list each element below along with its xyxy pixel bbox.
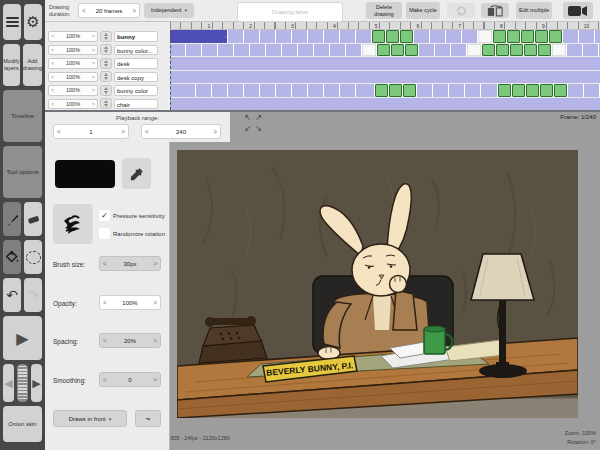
- delete-drawing-button[interactable]: Delete drawing: [366, 2, 402, 19]
- redo-button[interactable]: ↷: [24, 278, 42, 312]
- frame-cell[interactable]: [417, 84, 433, 97]
- increment-icon[interactable]: >: [132, 7, 136, 14]
- increment-icon[interactable]: >: [92, 60, 95, 66]
- frame-cell[interactable]: [435, 44, 451, 57]
- layer-reorder-button[interactable]: [100, 44, 112, 55]
- increment-icon[interactable]: >: [153, 299, 157, 306]
- marked-frame-cell[interactable]: [405, 44, 418, 57]
- playback-end-stepper[interactable]: < 240 >: [141, 124, 221, 139]
- decrement-icon[interactable]: <: [51, 101, 54, 107]
- eraser-tool-button[interactable]: [24, 202, 42, 236]
- increment-icon[interactable]: >: [153, 337, 157, 344]
- selected-drawing-block[interactable]: →: [170, 30, 228, 43]
- decrement-icon[interactable]: <: [51, 47, 54, 53]
- frame-cell[interactable]: [314, 44, 330, 57]
- marked-frame-cell[interactable]: [498, 84, 511, 97]
- frame-cell[interactable]: [292, 84, 308, 97]
- next-frame-button[interactable]: ▶: [31, 364, 42, 402]
- increment-icon[interactable]: >: [92, 33, 95, 39]
- marked-frame-cell[interactable]: [538, 44, 551, 57]
- frame-cell[interactable]: [330, 44, 346, 57]
- layer-reorder-button[interactable]: [100, 58, 112, 69]
- drag-handle-icon[interactable]: →: [221, 30, 228, 42]
- frame-cell[interactable]: [568, 84, 584, 97]
- modify-layers-button[interactable]: Modify layers: [3, 44, 20, 86]
- empty-frame-cell[interactable]: [552, 44, 566, 57]
- brush-tool-button[interactable]: [3, 202, 21, 236]
- frame-cell[interactable]: [186, 44, 202, 57]
- frame-cell[interactable]: [340, 30, 356, 43]
- frame-cell[interactable]: [308, 30, 324, 43]
- frame-cell[interactable]: [170, 98, 600, 111]
- tool-options-panel-button[interactable]: Tool options: [3, 146, 42, 198]
- frame-cell[interactable]: [446, 30, 462, 43]
- eyedropper-button[interactable]: [122, 158, 151, 189]
- frame-cell[interactable]: [260, 84, 276, 97]
- marked-frame-cell[interactable]: [372, 30, 385, 43]
- drawing-canvas[interactable]: BEVERLY BUNNY, P.I.: [177, 150, 578, 418]
- frame-cell[interactable]: [196, 84, 212, 97]
- frame-cell[interactable]: [298, 44, 314, 57]
- frame-cell[interactable]: [228, 30, 244, 43]
- make-cycle-button[interactable]: Make cycle: [406, 2, 440, 19]
- frame-cell[interactable]: [218, 44, 234, 57]
- add-drawing-button[interactable]: Add drawing: [23, 44, 42, 86]
- spacing-stepper[interactable]: < 20% >: [99, 333, 161, 348]
- timeline-track[interactable]: [170, 71, 600, 84]
- brush-texture-button[interactable]: [53, 204, 93, 244]
- fill-tool-button[interactable]: [3, 240, 21, 274]
- frame-cell[interactable]: [430, 30, 446, 43]
- timeline-track[interactable]: →: [170, 30, 600, 43]
- frame-cell[interactable]: [170, 57, 600, 70]
- timeline-track[interactable]: [170, 57, 600, 70]
- frame-cell[interactable]: [433, 84, 449, 97]
- smoothing-stepper[interactable]: < 0 >: [99, 372, 161, 387]
- frame-cell[interactable]: [481, 84, 498, 97]
- layer-opacity-stepper[interactable]: <100%>: [48, 31, 98, 42]
- layer-opacity-stepper[interactable]: <100%>: [48, 85, 98, 96]
- frame-cell[interactable]: [324, 84, 340, 97]
- frame-cell[interactable]: [465, 84, 481, 97]
- marked-frame-cell[interactable]: [549, 30, 562, 43]
- increment-icon[interactable]: >: [92, 87, 95, 93]
- frame-cell[interactable]: [567, 44, 583, 57]
- increment-icon[interactable]: >: [92, 101, 95, 107]
- layer-reorder-button[interactable]: [100, 31, 112, 42]
- decrement-icon[interactable]: <: [103, 376, 107, 383]
- marked-frame-cell[interactable]: [507, 30, 520, 43]
- frame-cell[interactable]: [170, 71, 600, 84]
- frame-cell[interactable]: [260, 30, 276, 43]
- previous-frame-button[interactable]: ◀: [3, 364, 14, 402]
- marked-frame-cell[interactable]: [493, 30, 506, 43]
- timeline-track[interactable]: [170, 44, 600, 57]
- layer-opacity-stepper[interactable]: <100%>: [48, 72, 98, 83]
- frame-cell[interactable]: [170, 44, 186, 57]
- decrement-icon[interactable]: <: [103, 260, 107, 267]
- settings-button[interactable]: ⚙: [24, 4, 42, 40]
- frame-cell[interactable]: [282, 44, 298, 57]
- layer-name-field[interactable]: bunny color: [114, 85, 158, 96]
- decrement-icon[interactable]: <: [51, 87, 54, 93]
- frame-cell[interactable]: [244, 84, 260, 97]
- empty-frame-cell[interactable]: [362, 44, 376, 57]
- marked-frame-cell[interactable]: [554, 84, 567, 97]
- layer-opacity-stepper[interactable]: <100%>: [48, 99, 98, 110]
- frame-cell[interactable]: [563, 30, 579, 43]
- export-video-button[interactable]: [563, 2, 593, 19]
- increment-icon[interactable]: >: [153, 376, 157, 383]
- marked-frame-cell[interactable]: [540, 84, 553, 97]
- frame-cell[interactable]: [346, 44, 362, 57]
- marked-frame-cell[interactable]: [524, 44, 537, 57]
- frame-cell[interactable]: [584, 84, 600, 97]
- play-button[interactable]: ▶: [3, 316, 42, 360]
- layer-name-field[interactable]: desk copy: [114, 72, 158, 83]
- frame-cell[interactable]: [266, 44, 282, 57]
- layer-name-field[interactable]: bunny: [114, 31, 158, 42]
- frame-cell[interactable]: [356, 30, 372, 43]
- frame-cell[interactable]: [462, 30, 478, 43]
- frame-cell[interactable]: [228, 84, 244, 97]
- undo-button[interactable]: ↶: [3, 278, 21, 312]
- playback-start-stepper[interactable]: < 1 >: [53, 124, 129, 139]
- marked-frame-cell[interactable]: [400, 30, 413, 43]
- timeline-track[interactable]: [170, 84, 600, 97]
